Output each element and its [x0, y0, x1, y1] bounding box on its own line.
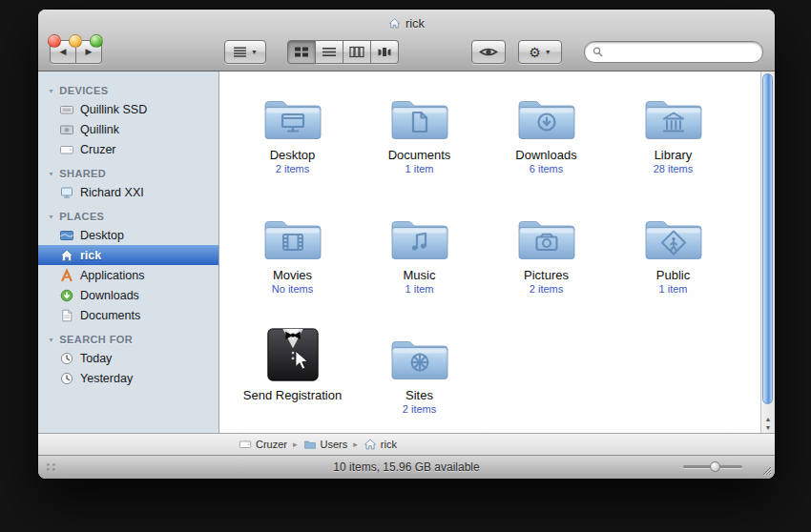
disclosure-triangle-icon[interactable]: ▼ — [48, 88, 54, 94]
path-segment-label: Cruzer — [256, 439, 287, 450]
search-input[interactable] — [608, 45, 755, 60]
sidebar-item-label: rick — [80, 249, 101, 262]
view-as-coverflow-button[interactable] — [371, 40, 399, 64]
sidebar-item-quillink[interactable]: Quillink — [38, 119, 218, 139]
sidebar-item-label: Applications — [80, 269, 144, 282]
status-bar: 10 items, 15.96 GB available — [38, 455, 775, 479]
back-icon: ◀ — [60, 48, 67, 56]
icon-size-slider[interactable] — [683, 465, 742, 468]
applications-icon — [59, 268, 74, 283]
sidebar-item-label: Quillink — [80, 123, 119, 136]
icon-grid: Desktop 2 items Documents 1 item Downloa… — [219, 72, 760, 433]
sidebar-item-label: Desktop — [80, 229, 124, 242]
action-menu-button[interactable]: ⚙ ▼ — [518, 40, 562, 64]
send-registration-app-icon — [263, 325, 322, 384]
file-item-movies[interactable]: Movies No items — [229, 205, 356, 314]
arrange-menu-button[interactable]: ▼ — [224, 40, 266, 64]
search-icon — [593, 46, 603, 58]
file-name: Send Registration — [243, 388, 342, 402]
pictures-folder-icon — [516, 213, 577, 264]
sidebar-section-devices[interactable]: ▼ DEVICES — [38, 83, 218, 99]
minimize-button[interactable] — [69, 34, 82, 48]
sidebar-item-documents[interactable]: Documents — [38, 305, 218, 325]
scroll-down-icon[interactable]: ▼ — [765, 424, 772, 431]
external-drive-icon — [59, 142, 74, 157]
close-button[interactable] — [48, 34, 61, 48]
arrange-lines-icon — [233, 47, 247, 57]
file-browser-area: Desktop 2 items Documents 1 item Downloa… — [219, 72, 775, 433]
file-item-library[interactable]: Library 28 items — [610, 85, 737, 194]
file-item-downloads[interactable]: Downloads 6 items — [483, 85, 610, 194]
view-as-columns-button[interactable] — [343, 40, 371, 64]
internal-disk-icon — [59, 122, 74, 137]
sidebar-section-places[interactable]: ▼ PLACES — [38, 202, 218, 225]
scrollbar-arrows: ▲ ▼ — [761, 404, 775, 433]
path-segment-users[interactable]: Users — [303, 438, 348, 451]
file-item-desktop[interactable]: Desktop 2 items — [229, 85, 356, 194]
window-title: rick — [406, 16, 425, 31]
sidebar-item-label: Yesterday — [80, 372, 133, 385]
sidebar-section-label: SEARCH FOR — [59, 334, 133, 345]
titlebar[interactable]: rick — [38, 10, 775, 33]
sidebar-item-applications[interactable]: Applications — [38, 265, 218, 285]
vertical-scrollbar[interactable]: ▲ ▼ — [760, 72, 775, 433]
movies-folder-icon — [262, 213, 323, 264]
sidebar-item-downloads[interactable]: Downloads — [38, 285, 218, 305]
sidebar-item-label: Today — [80, 352, 112, 365]
clock-icon — [59, 371, 74, 386]
window-body: ▼ DEVICES Quillink SSD Quillink Cruzer ▼… — [38, 72, 775, 433]
path-segment-cruzer[interactable]: Cruzer — [239, 438, 287, 451]
disclosure-triangle-icon[interactable]: ▼ — [48, 337, 54, 343]
search-field[interactable] — [584, 41, 763, 63]
sidebar-section-search-for[interactable]: ▼ SEARCH FOR — [38, 325, 218, 348]
sidebar-item-yesterday[interactable]: Yesterday — [38, 368, 218, 388]
file-item-count: 2 items — [403, 403, 436, 416]
slider-knob[interactable] — [710, 461, 720, 472]
file-name: Sites — [406, 388, 433, 402]
sidebar-item-desktop[interactable]: Desktop — [38, 225, 218, 245]
forward-icon: ▶ — [86, 48, 93, 56]
file-item-public[interactable]: Public 1 item — [610, 205, 737, 314]
file-item-count: 28 items — [654, 163, 694, 175]
path-segment-rick[interactable]: rick — [364, 438, 397, 451]
sidebar-item-cruzer[interactable]: Cruzer — [38, 139, 218, 159]
file-item-music[interactable]: Music 1 item — [356, 205, 483, 314]
file-name: Public — [656, 268, 690, 282]
file-name: Desktop — [270, 148, 316, 162]
file-item-count: 1 item — [406, 283, 434, 296]
quick-look-button[interactable] — [471, 40, 506, 64]
path-separator-icon: ▸ — [293, 440, 298, 449]
file-item-count: 2 items — [530, 283, 563, 296]
view-as-list-button[interactable] — [316, 40, 343, 64]
external-drive-icon — [239, 438, 252, 451]
sidebar-item-label: Cruzer — [80, 143, 116, 156]
resize-grip-icon[interactable] — [760, 464, 772, 476]
zoom-button[interactable] — [90, 34, 103, 48]
view-as-icons-button[interactable] — [287, 40, 316, 64]
file-item-send-registration[interactable]: Send Registration — [229, 325, 356, 434]
file-item-documents[interactable]: Documents 1 item — [356, 85, 483, 194]
file-item-count: 6 items — [530, 163, 563, 175]
chevron-down-icon: ▼ — [545, 49, 551, 55]
sidebar-item-quillink-ssd[interactable]: Quillink SSD — [38, 99, 218, 119]
sidebar-item-richard-xxi[interactable]: Richard XXI — [38, 182, 218, 202]
sidebar-section-shared[interactable]: ▼ SHARED — [38, 159, 218, 182]
scroll-up-icon[interactable]: ▲ — [765, 416, 772, 422]
traffic-lights — [48, 34, 103, 48]
file-name: Documents — [388, 148, 451, 162]
file-item-sites[interactable]: Sites 2 items — [356, 325, 483, 434]
disclosure-triangle-icon[interactable]: ▼ — [48, 214, 54, 220]
sidebar-item-today[interactable]: Today — [38, 348, 218, 368]
music-folder-icon — [389, 213, 450, 264]
ssd-icon — [59, 102, 74, 117]
scrollbar-thumb[interactable] — [762, 73, 773, 404]
coverflow-view-icon — [377, 46, 392, 58]
sidebar-item-rick[interactable]: rick — [38, 245, 218, 265]
file-item-pictures[interactable]: Pictures 2 items — [483, 205, 610, 314]
window-header: rick ◀ ▶ ▼ — [38, 10, 775, 72]
desktop-folder-icon — [262, 92, 323, 144]
path-separator-icon: ▸ — [353, 440, 358, 449]
column-view-icon — [349, 46, 364, 58]
disclosure-triangle-icon[interactable]: ▼ — [48, 171, 54, 177]
sidebar-item-label: Richard XXI — [80, 186, 144, 199]
